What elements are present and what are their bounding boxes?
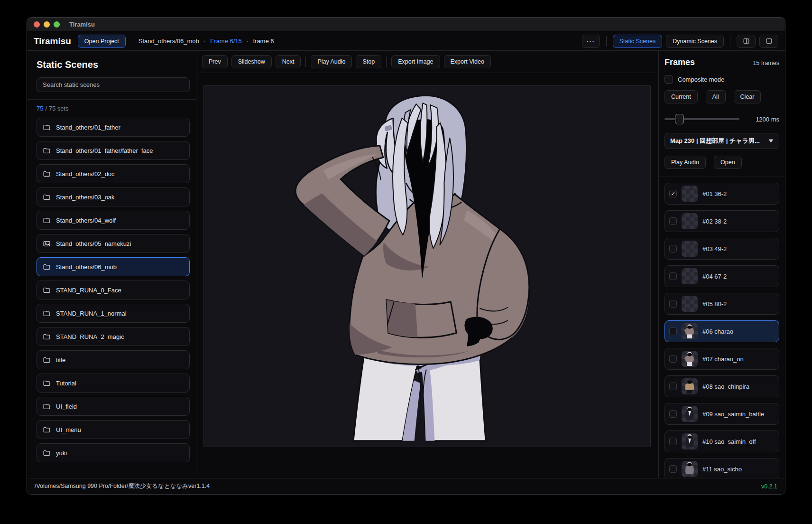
viewer-main: Prev Slideshow Next Play Audio Stop Expo… (196, 51, 658, 478)
next-button[interactable]: Next (276, 55, 301, 68)
sidebar-item-stand-runa-0-face[interactable]: STAND_RUNA_0_Face (37, 281, 190, 299)
frame-checkbox[interactable] (669, 272, 677, 280)
statusbar: /Volumes/Samsung 990 Pro/Folder/魔法少女るなとな… (27, 478, 785, 494)
folder-icon (43, 286, 51, 294)
sidebar-title: Static Scenes (37, 59, 189, 70)
composite-mode-checkbox[interactable] (664, 75, 673, 84)
frame-row-04[interactable]: #04 67-2 (664, 265, 779, 287)
frame-row-03[interactable]: #03 49-2 (664, 238, 779, 260)
layout-columns-button[interactable] (737, 35, 756, 48)
slider-handle[interactable] (675, 114, 684, 124)
app-window: Tiramisu Tiramisu Open Project Stand_oth… (27, 17, 785, 495)
image-icon (43, 240, 51, 248)
folder-icon (43, 123, 51, 131)
sidebar-item-stand-others-02-doc[interactable]: Stand_others/02_doc (37, 164, 190, 183)
export-image-button[interactable]: Export Image (391, 55, 440, 68)
tab-dynamic-scenes[interactable]: Dynamic Scenes (666, 35, 724, 48)
open-project-button[interactable]: Open Project (78, 35, 126, 48)
close-window-button[interactable] (34, 21, 40, 28)
folder-icon (43, 309, 51, 318)
sidebar-item-title[interactable]: title (37, 350, 190, 369)
tab-static-scenes[interactable]: Static Scenes (613, 35, 662, 48)
slideshow-button[interactable]: Slideshow (231, 55, 272, 68)
sidebar-item-stand-others-01-father[interactable]: Stand_others/01_father (37, 118, 190, 137)
folder-icon (43, 216, 51, 225)
titlebar: Tiramisu (27, 18, 785, 32)
frame-row-11[interactable]: #11 sao_sicho (664, 458, 779, 478)
search-input[interactable] (37, 77, 190, 92)
frame-checkbox[interactable] (669, 383, 677, 390)
character-art (204, 86, 650, 447)
sidebar-item-yuki[interactable]: yuki (37, 443, 190, 462)
frame-thumbnail (682, 378, 698, 394)
frames-open-button[interactable]: Open (714, 156, 742, 169)
frame-row-05[interactable]: #05 80-2 (664, 293, 779, 315)
map-select-value: Map 230 | 回想部屋 | チャラ男... (670, 137, 760, 145)
frame-list: ✓ #01 36-2 #02 38-2 #03 49-2 (664, 183, 779, 478)
duration-slider[interactable] (664, 114, 739, 124)
breadcrumb: Stand_others/06_mob · Frame 6/15 · frame… (138, 37, 274, 45)
export-video-button[interactable]: Export Video (444, 55, 491, 68)
folder-icon (43, 449, 51, 457)
charao-thumb-art (682, 351, 698, 367)
breadcrumb-frame-link[interactable]: Frame 6/15 (210, 37, 241, 45)
folder-icon (43, 426, 51, 434)
sidebar-item-stand-others-01-father-face[interactable]: Stand_others/01_father/father_face (37, 141, 190, 160)
frame-checkbox[interactable] (669, 355, 677, 363)
frame-checkbox[interactable] (669, 465, 677, 473)
frame-checkbox[interactable] (669, 410, 677, 418)
sidebar-item-stand-runa-1-normal[interactable]: STAND_RUNA_1_normal (37, 304, 190, 323)
map-select-dropdown[interactable]: Map 230 | 回想部屋 | チャラ男... (664, 133, 779, 149)
sidebar-item-ui-menu[interactable]: UI_menu (37, 420, 190, 439)
saimin-thumb-art (682, 433, 698, 449)
app-name: Tiramisu (34, 36, 71, 47)
sidebar-item-stand-others-04-wolf[interactable]: Stand_others/04_wolf (37, 211, 190, 230)
frame-row-01[interactable]: ✓ #01 36-2 (664, 183, 779, 205)
all-button[interactable]: All (706, 90, 726, 103)
zoom-window-button[interactable] (54, 21, 60, 28)
sidebar-item-ui-field[interactable]: UI_field (37, 397, 190, 416)
sidebar-item-stand-others-05-namekuzi[interactable]: Stand_others/05_namekuzi (37, 234, 190, 253)
frames-count: 15 frames (753, 60, 779, 66)
clear-button[interactable]: Clear (734, 90, 761, 103)
frame-checkbox[interactable] (669, 328, 677, 335)
frame-checkbox[interactable] (669, 438, 677, 445)
frames-play-audio-button[interactable]: Play Audio (664, 156, 706, 169)
frame-row-07[interactable]: #07 charao_on (664, 348, 779, 370)
frame-row-10[interactable]: #10 sao_saimin_off (664, 430, 779, 452)
frame-thumbnail (682, 461, 698, 477)
frame-row-06[interactable]: #06 charao (664, 320, 779, 342)
sidebar-item-stand-runa-2-magic[interactable]: STAND_RUNA_2_magic (37, 327, 190, 346)
breadcrumb-frame-label: frame 6 (253, 37, 274, 45)
sets-count: 75/ 75 sets (37, 100, 189, 118)
frame-checkbox[interactable]: ✓ (669, 190, 677, 197)
scene-canvas (203, 85, 651, 447)
current-button[interactable]: Current (664, 90, 698, 103)
divider (196, 73, 658, 73)
stop-button[interactable]: Stop (356, 55, 381, 68)
window-title: Tiramisu (69, 21, 95, 28)
frame-thumbnail (682, 186, 698, 202)
prev-button[interactable]: Prev (202, 55, 228, 68)
divider (305, 56, 306, 67)
frame-thumbnail (682, 351, 698, 367)
charao-thumb-art (682, 323, 698, 339)
frame-row-02[interactable]: #02 38-2 (664, 210, 779, 232)
sidebar-item-stand-others-03-oak[interactable]: Stand_others/03_oak (37, 187, 190, 206)
folder-icon (43, 402, 51, 411)
columns-icon (743, 37, 750, 45)
play-audio-button[interactable]: Play Audio (311, 55, 352, 68)
frame-checkbox[interactable] (669, 217, 677, 225)
frame-checkbox[interactable] (669, 245, 677, 253)
frame-row-09[interactable]: #09 sao_saimin_battle (664, 403, 779, 425)
frame-thumbnail (682, 213, 698, 229)
frame-checkbox[interactable] (669, 300, 677, 308)
duration-value: 1200 ms (756, 116, 779, 123)
sidebar-item-stand-others-06-mob[interactable]: Stand_others/06_mob (37, 257, 190, 276)
sidebar-item-tutorial[interactable]: Tutorial (37, 374, 190, 393)
minimize-window-button[interactable] (44, 21, 50, 28)
layout-rows-button[interactable] (759, 35, 778, 48)
more-options-button[interactable]: ··· (582, 35, 600, 48)
frame-row-08[interactable]: #08 sao_chinpira (664, 375, 779, 397)
folder-icon (43, 379, 51, 387)
